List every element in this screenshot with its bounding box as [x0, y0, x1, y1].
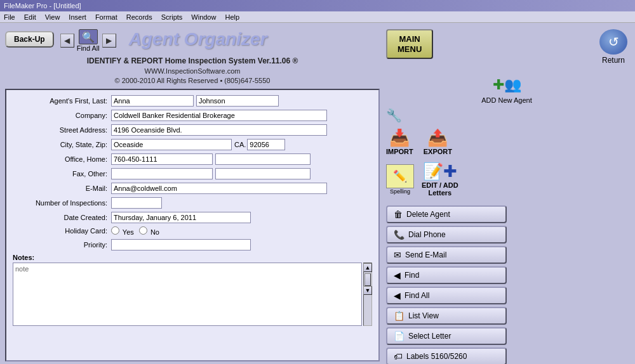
nav-next-button[interactable]: ▶	[102, 34, 116, 48]
main-area: Back-Up ◀ 🔍 Find All ▶ Agent Organizer I…	[0, 23, 635, 364]
return-button[interactable]: ↺ Return	[599, 29, 627, 65]
inspections-label: Number of Inspections:	[13, 199, 111, 207]
tools-row: 🔧	[386, 108, 627, 123]
note-line-5	[15, 296, 359, 303]
scroll-down-button[interactable]: ▼	[363, 286, 372, 295]
note-text: note	[15, 265, 359, 273]
agent-name-label: Agent's First, Last:	[13, 97, 111, 105]
select-letter-button[interactable]: 📄 Select Letter	[386, 327, 507, 345]
company-label: Company:	[13, 112, 111, 119]
office-phone-input[interactable]	[111, 153, 213, 165]
holiday-label: Holiday Card:	[13, 227, 111, 235]
send-email-button[interactable]: ✉ Send E-Mail	[386, 246, 507, 264]
street-input[interactable]	[111, 124, 327, 136]
scroll-thumb[interactable]	[364, 273, 371, 286]
note-line-4	[15, 288, 359, 296]
menu-view[interactable]: View	[45, 13, 60, 21]
menu-records[interactable]: Records	[126, 13, 152, 21]
date-row: Date Created:	[13, 212, 372, 223]
scroll-up-button[interactable]: ▲	[363, 263, 372, 272]
no-radio[interactable]	[139, 226, 147, 235]
menu-scripts[interactable]: Scripts	[161, 13, 183, 21]
main-menu-button[interactable]: MAINMENU	[386, 29, 433, 59]
add-agent-icon: ✚👥	[491, 74, 522, 96]
import-button[interactable]: 📥 IMPORT	[386, 128, 413, 155]
top-buttons-row: MAINMENU ↺ Return	[386, 29, 627, 65]
fax-input[interactable]	[111, 168, 213, 179]
notes-text-area[interactable]: note	[13, 263, 362, 326]
list-view-label: List View	[408, 311, 439, 320]
no-radio-label[interactable]: No	[139, 226, 159, 236]
return-icon: ↺	[599, 29, 627, 55]
other-input[interactable]	[215, 168, 311, 179]
city-input[interactable]	[111, 139, 232, 150]
title-bar: FileMaker Pro - [Untitled]	[0, 0, 635, 11]
note-line-3	[15, 280, 359, 288]
menu-window[interactable]: Window	[191, 13, 216, 21]
export-label: EXPORT	[424, 148, 452, 155]
edit-add-icon: 📝✚	[423, 162, 457, 181]
city-state-zip-label: City, State, Zip:	[13, 141, 111, 148]
find-icon: ◀	[394, 270, 401, 280]
street-row: Street Address:	[13, 124, 372, 136]
city-state-zip-row: City, State, Zip: CA.	[13, 139, 372, 150]
dial-phone-label: Dial Phone	[408, 230, 446, 239]
menu-format[interactable]: Format	[95, 13, 117, 21]
menu-insert[interactable]: Insert	[69, 13, 86, 21]
import-label: IMPORT	[386, 148, 413, 155]
delete-agent-label: Delete Agent	[406, 210, 450, 219]
menu-help[interactable]: Help	[225, 13, 239, 21]
list-view-button[interactable]: 📋 List View	[386, 307, 507, 325]
agent-last-input[interactable]	[196, 95, 279, 107]
email-row: E-Mail:	[13, 183, 372, 194]
notes-scrollbar[interactable]: ▲ ▼	[363, 263, 372, 326]
spelling-icon: ✏️	[386, 164, 414, 188]
menu-edit[interactable]: Edit	[24, 13, 36, 21]
inspections-input[interactable]	[111, 197, 162, 209]
nav-prev-button[interactable]: ◀	[60, 34, 74, 48]
find-all-btn-label: Find All	[404, 291, 429, 300]
export-button[interactable]: 📤 EXPORT	[424, 128, 452, 155]
inspections-row: Number of Inspections:	[13, 197, 372, 209]
list-view-icon: 📋	[394, 311, 404, 321]
dial-phone-icon: 📞	[394, 230, 404, 240]
yes-radio[interactable]	[111, 226, 119, 235]
backup-button[interactable]: Back-Up	[5, 31, 54, 48]
holiday-radio-group: Yes No	[111, 226, 159, 236]
yes-radio-label[interactable]: Yes	[111, 226, 134, 236]
select-letter-label: Select Letter	[408, 332, 451, 341]
find-button[interactable]: ◀ Find	[386, 266, 507, 284]
company-row: Company:	[13, 110, 372, 121]
right-panel: MAINMENU ↺ Return ✚👥 ADD New Agent 🔧 📥 I…	[386, 27, 627, 361]
form-container: Agent's First, Last: Company: Street Add…	[5, 89, 380, 361]
header-info: IDENTIFY & REPORT Home Inspection System…	[5, 56, 380, 86]
holiday-row: Holiday Card: Yes No	[13, 226, 372, 236]
agent-first-input[interactable]	[111, 95, 194, 107]
street-label: Street Address:	[13, 126, 111, 134]
find-all-button[interactable]: ◀ Find All	[386, 287, 507, 304]
priority-input[interactable]	[111, 239, 251, 250]
fax-other-row: Fax, Other:	[13, 168, 372, 179]
zip-input[interactable]	[247, 139, 285, 150]
dial-phone-button[interactable]: 📞 Dial Phone	[386, 226, 507, 244]
menu-file[interactable]: File	[4, 13, 15, 21]
fax-other-label: Fax, Other:	[13, 170, 111, 178]
delete-agent-button[interactable]: 🗑 Delete Agent	[386, 205, 507, 223]
home-phone-input[interactable]	[215, 153, 311, 165]
date-input[interactable]	[111, 212, 251, 223]
add-agent-button[interactable]: ✚👥 ADD New Agent	[386, 74, 627, 104]
labels-button[interactable]: 🏷 Labels 5160/5260	[386, 348, 507, 364]
top-controls: Back-Up ◀ 🔍 Find All ▶ Agent Organizer	[5, 27, 380, 52]
spelling-letters-row: ✏️ Spelling 📝✚ EDIT / ADDLetters	[386, 162, 627, 197]
delete-agent-icon: 🗑	[394, 209, 403, 219]
tools-icon[interactable]: 🔧	[386, 108, 402, 123]
date-label: Date Created:	[13, 214, 111, 221]
find-all-nav-button[interactable]: 🔍 Find All	[77, 29, 100, 52]
email-input[interactable]	[111, 183, 327, 194]
spelling-button[interactable]: ✏️ Spelling	[386, 164, 414, 195]
send-email-icon: ✉	[394, 250, 401, 260]
send-email-label: Send E-Mail	[405, 250, 446, 259]
office-home-label: Office, Home:	[13, 155, 111, 163]
company-input[interactable]	[111, 110, 327, 121]
edit-add-letters-button[interactable]: 📝✚ EDIT / ADDLetters	[422, 162, 458, 197]
